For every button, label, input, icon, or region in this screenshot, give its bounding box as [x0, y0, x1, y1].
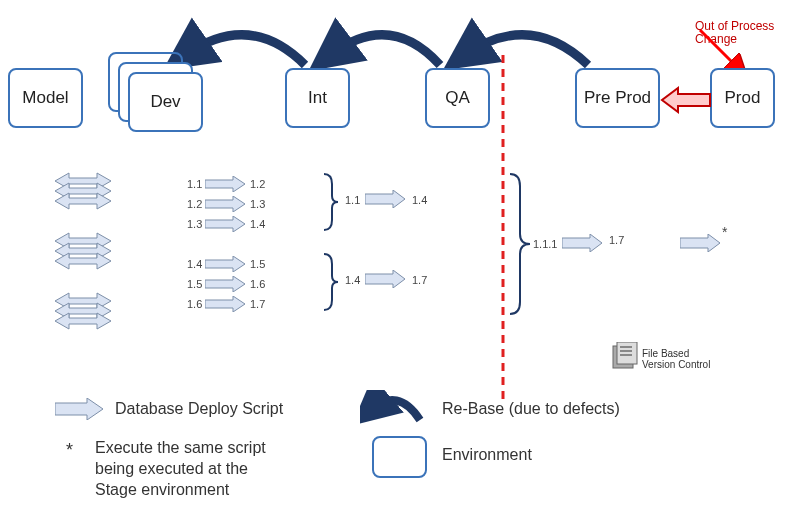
- vc-label: File Based Version Control: [642, 348, 710, 370]
- env-prod-label: Prod: [725, 88, 761, 108]
- v-g1c-to: 1.4: [250, 218, 265, 230]
- svg-rect-26: [620, 354, 632, 356]
- svg-rect-23: [617, 342, 637, 364]
- svg-marker-14: [205, 216, 245, 232]
- legend-env-icon: [372, 436, 427, 478]
- arrow-g2a: [205, 256, 247, 272]
- v-g1b-to: 1.3: [250, 198, 265, 210]
- svg-marker-27: [55, 398, 103, 420]
- svg-marker-19: [365, 270, 405, 288]
- env-int-label: Int: [308, 88, 327, 108]
- v-g1a-to: 1.2: [250, 178, 265, 190]
- svg-marker-17: [205, 296, 245, 312]
- v-int1-to: 1.4: [412, 194, 427, 206]
- v-int2-to: 1.7: [412, 274, 427, 286]
- arrow-g1b: [205, 196, 247, 212]
- legend-star-text: Execute the same script being executed a…: [95, 438, 266, 500]
- legend-deploy-icon: [55, 398, 105, 420]
- arrow-int2: [365, 270, 407, 288]
- env-qa: QA: [425, 68, 490, 128]
- legend-rebase: Re-Base (due to defects): [442, 400, 620, 418]
- svg-marker-20: [562, 234, 602, 252]
- vc-l1: File Based: [642, 348, 689, 359]
- env-model-label: Model: [22, 88, 68, 108]
- bracket-qa: [508, 172, 532, 317]
- arrow-g2c: [205, 296, 247, 312]
- prod-to-preprod-arrow: [660, 86, 712, 114]
- v-qa-from: 1.1.1: [533, 238, 557, 250]
- v-g2c-from: 1.6: [187, 298, 202, 310]
- bidir-arrows-3: [55, 290, 125, 330]
- v-int2-from: 1.4: [345, 274, 360, 286]
- bracket-g1: [322, 172, 340, 232]
- v-g1a-from: 1.1: [187, 178, 202, 190]
- v-g2a-from: 1.4: [187, 258, 202, 270]
- vc-l2: Version Control: [642, 359, 710, 370]
- svg-rect-25: [620, 350, 632, 352]
- v-int1-from: 1.1: [345, 194, 360, 206]
- arrow-g2b: [205, 276, 247, 292]
- legend-rebase-icon: [360, 390, 430, 428]
- svg-marker-13: [205, 196, 245, 212]
- bracket-g2: [322, 252, 340, 312]
- v-qa-to: 1.7: [609, 234, 624, 246]
- legend-environment: Environment: [442, 446, 532, 464]
- arrow-prod: [680, 234, 722, 252]
- svg-marker-2: [662, 88, 710, 112]
- svg-marker-21: [680, 234, 720, 252]
- v-g2a-to: 1.5: [250, 258, 265, 270]
- arrow-g1a: [205, 176, 247, 192]
- svg-marker-16: [205, 276, 245, 292]
- svg-marker-12: [205, 176, 245, 192]
- file-version-control-icon: [610, 342, 640, 372]
- v-prod-star: *: [722, 224, 727, 240]
- arrow-g1c: [205, 216, 247, 232]
- arrow-qa: [562, 234, 604, 252]
- env-preprod: Pre Prod: [575, 68, 660, 128]
- legend-star-2: being executed at the: [95, 460, 248, 477]
- legend-star-1: Execute the same script: [95, 439, 266, 456]
- env-prod: Prod: [710, 68, 775, 128]
- v-g2b-to: 1.6: [250, 278, 265, 290]
- legend-star-3: Stage environment: [95, 481, 229, 498]
- svg-marker-15: [205, 256, 245, 272]
- env-dev: Dev: [128, 72, 203, 132]
- env-preprod-label: Pre Prod: [584, 88, 651, 108]
- bidir-arrows-2: [55, 230, 125, 270]
- arrow-int1: [365, 190, 407, 208]
- env-int: Int: [285, 68, 350, 128]
- env-model: Model: [8, 68, 83, 128]
- env-dev-label: Dev: [150, 92, 180, 112]
- svg-marker-18: [365, 190, 405, 208]
- v-g2b-from: 1.5: [187, 278, 202, 290]
- env-qa-label: QA: [445, 88, 470, 108]
- bidir-arrows-1: [55, 170, 125, 210]
- legend-star-sym: *: [66, 440, 73, 461]
- legend-deploy: Database Deploy Script: [115, 400, 283, 418]
- v-g1c-from: 1.3: [187, 218, 202, 230]
- svg-rect-24: [620, 346, 632, 348]
- v-g1b-from: 1.2: [187, 198, 202, 210]
- v-g2c-to: 1.7: [250, 298, 265, 310]
